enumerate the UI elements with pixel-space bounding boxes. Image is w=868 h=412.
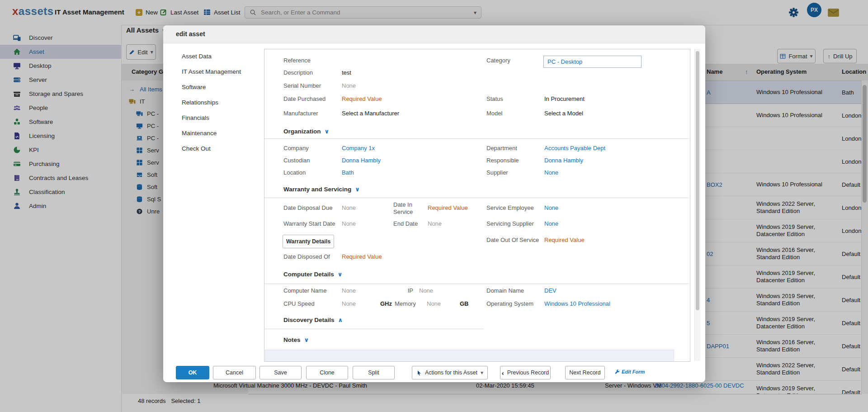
edit-form-link[interactable]: Edit Form [614, 369, 645, 374]
date-disposal-due-value[interactable]: None [342, 204, 356, 211]
split-button[interactable]: Split [353, 366, 395, 379]
wrench-icon [614, 369, 620, 374]
warranty-start-date-label: Warranty Start Date [283, 220, 335, 227]
modal-nav-item[interactable]: Maintenance [182, 130, 241, 138]
section-warranty[interactable]: Warranty and Servicing ∨ [283, 186, 360, 193]
date-disposal-due-label: Date Disposal Due [283, 204, 332, 211]
date-in-service-value[interactable]: Required Value [428, 204, 468, 211]
modal-nav-item[interactable]: Asset Data [182, 53, 241, 61]
edit-asset-modal: edit asset Asset Data IT Asset Managemen… [163, 25, 705, 382]
service-employee-label: Service Employee [486, 204, 534, 211]
supplier-value[interactable]: None [544, 169, 558, 176]
operating-system-value[interactable]: Windows 10 Professional [544, 300, 610, 307]
modal-nav-item[interactable]: Check Out [182, 145, 241, 153]
previous-record-button[interactable]: ‹ Previous Record [500, 366, 551, 379]
serial-number-label: Serial Number [283, 82, 321, 89]
responsible-label: Responsible [486, 157, 519, 164]
date-disposed-of-label: Date Disposed Of [283, 253, 330, 260]
save-button[interactable]: Save [259, 366, 302, 379]
model-value[interactable]: Select a Model [544, 110, 583, 117]
memory-label: Memory [395, 300, 416, 307]
modal-nav-item[interactable]: Financials [182, 114, 241, 123]
location-value[interactable]: Bath [342, 169, 354, 176]
model-label: Model [486, 110, 502, 117]
ip-label: IP [401, 287, 413, 294]
warranty-details-button[interactable]: Warranty Details [283, 235, 334, 248]
chevron-down-icon: ∨ [325, 128, 330, 135]
section-computer-details[interactable]: Computer Details ∨ [283, 271, 342, 278]
chevron-down-icon: ▾ [481, 369, 483, 376]
gb-unit: GB [460, 300, 469, 307]
date-in-service-label: Date In Service [393, 201, 420, 216]
status-label: Status [486, 95, 503, 102]
notes-textarea[interactable] [265, 350, 674, 362]
divider [264, 198, 689, 198]
divider [264, 329, 484, 329]
operating-system-label: Operating System [486, 300, 533, 307]
asset-form-panel: Reference Category PC - Desktop Descript… [264, 49, 690, 362]
status-value[interactable]: In Procurement [544, 95, 585, 102]
modal-title-bar: edit asset [163, 25, 705, 43]
domain-name-label: Domain Name [486, 287, 524, 294]
cpu-speed-value[interactable]: None [342, 300, 356, 307]
category-label: Category [486, 57, 510, 64]
ghz-unit: GHz [380, 300, 392, 307]
date-disposed-of-value[interactable]: Required Value [342, 253, 382, 260]
manufacturer-value[interactable]: Select a Manufacturer [342, 110, 399, 117]
custodian-value[interactable]: Donna Hambly [342, 157, 381, 164]
date-purchased-label: Date Purchased [283, 95, 326, 102]
supplier-label: Supplier [486, 169, 508, 176]
modal-nav-item[interactable]: IT Asset Management [182, 68, 241, 76]
category-input[interactable]: PC - Desktop [543, 56, 642, 68]
divider [264, 138, 689, 139]
company-value[interactable]: Company 1x [342, 145, 375, 152]
date-out-of-service-label: Date Out Of Service [486, 237, 539, 243]
modal-nav-item[interactable]: Software [182, 84, 241, 92]
date-out-of-service-value[interactable]: Required Value [544, 237, 585, 243]
scrollbar-thumb[interactable] [696, 51, 699, 310]
responsible-value[interactable]: Donna Hambly [544, 157, 583, 164]
section-discovery-details[interactable]: Discovery Details ∧ [283, 317, 343, 323]
section-notes[interactable]: Notes ∨ [283, 336, 309, 343]
next-record-button[interactable]: Next Record [565, 366, 605, 379]
memory-value[interactable]: None [427, 300, 441, 307]
end-date-value[interactable]: None [428, 220, 442, 227]
warranty-start-date-value[interactable]: None [342, 220, 356, 227]
cpu-speed-label: CPU Speed [283, 300, 315, 307]
clone-button[interactable]: Clone [306, 366, 348, 379]
computer-name-label: Computer Name [283, 287, 326, 294]
section-organization[interactable]: Organization ∨ [283, 128, 329, 135]
reference-label: Reference [283, 57, 311, 64]
end-date-label: End Date [393, 220, 418, 227]
servicing-supplier-value[interactable]: None [544, 220, 558, 227]
company-label: Company [283, 145, 309, 152]
custodian-label: Custodian [283, 157, 310, 164]
ip-value[interactable]: None [419, 287, 433, 294]
service-employee-value[interactable]: None [544, 204, 558, 211]
divider [264, 284, 689, 284]
chevron-down-icon: ∨ [355, 186, 360, 193]
modal-nav: Asset Data IT Asset Management Software … [182, 53, 241, 153]
application-root: xassets IT Asset Management + New Last A… [0, 0, 868, 412]
date-purchased-value[interactable]: Required Value [342, 95, 382, 102]
computer-name-value[interactable]: None [342, 287, 356, 294]
actions-for-asset-button[interactable]: Actions for this Asset ▾ [412, 366, 488, 379]
modal-title: edit asset [176, 30, 205, 38]
modal-scrollbar[interactable] [694, 49, 700, 361]
department-value[interactable]: Accounts Payable Dept [544, 145, 605, 152]
chevron-down-icon: ∨ [304, 336, 309, 343]
cancel-button[interactable]: Cancel [213, 366, 256, 379]
description-label: Description [283, 69, 313, 76]
cursor-icon [416, 370, 422, 376]
chevron-up-icon: ∧ [338, 317, 343, 323]
ok-button[interactable]: OK [176, 366, 209, 379]
serial-number-value[interactable]: None [342, 82, 356, 89]
domain-name-value[interactable]: DEV [544, 287, 557, 294]
chevron-down-icon: ∨ [338, 271, 343, 278]
description-value[interactable]: test [342, 69, 351, 76]
location-label: Location [283, 169, 306, 176]
servicing-supplier-label: Servicing Supplier [486, 220, 534, 227]
manufacturer-label: Manufacturer [283, 110, 318, 117]
modal-nav-item[interactable]: Relationships [182, 99, 241, 107]
chevron-left-icon: ‹ [502, 369, 504, 377]
